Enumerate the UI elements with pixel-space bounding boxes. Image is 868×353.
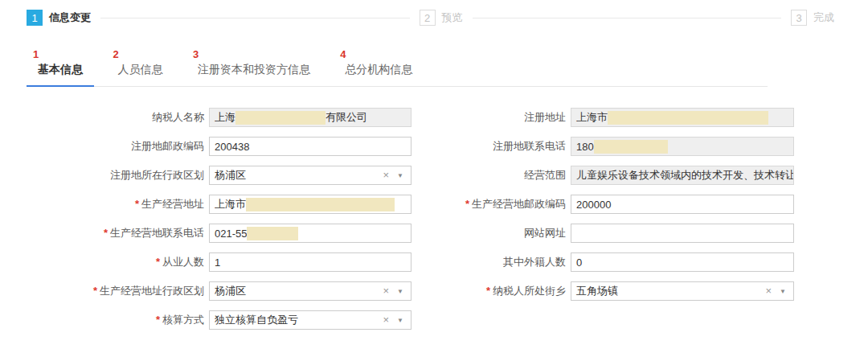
clear-icon[interactable]: × [765, 285, 772, 296]
redaction-mask [235, 111, 326, 125]
wizard-stepper: 1 信息变更 2 预览 3 完成 [0, 0, 868, 26]
street-township-select[interactable]: 五角场镇 × ▼ [571, 281, 794, 301]
tab-label: 注册资本和投资方信息 [186, 61, 321, 87]
field-production-postcode: *生产经营地邮政编码 200000 [411, 195, 794, 214]
tab-personnel-info[interactable]: 2 人员信息 [106, 48, 174, 86]
required-asterisk: * [93, 285, 97, 297]
input-value: 杨浦区 [215, 168, 246, 183]
field-label: 注册地邮政编码 [131, 140, 204, 152]
form-row: 注册地邮政编码 200438 注册地联系电话 180 [3, 137, 868, 156]
tab-annotation-number: 3 [186, 48, 321, 61]
dropdown-caret-icon[interactable]: ▼ [397, 173, 403, 179]
tab-capital-investor-info[interactable]: 3 注册资本和投资方信息 [186, 48, 321, 86]
field-label: 生产经营地邮政编码 [472, 198, 566, 210]
input-value: 独立核算自负盈亏 [215, 313, 298, 327]
production-district-select[interactable]: 杨浦区 × ▼ [209, 281, 411, 301]
field-label: 其中外籍人数 [503, 256, 566, 268]
form-row: *核算方式 独立核算自负盈亏 × ▼ [3, 310, 868, 330]
input-value: 杨浦区 [215, 284, 246, 298]
form-row: 注册地所在行政区划 杨浦区 × ▼ 经营范围 儿童娱乐设备技术领域内的技术开发、… [3, 166, 868, 185]
foreign-employees-input[interactable]: 0 [571, 252, 794, 272]
employees-input[interactable]: 1 [209, 252, 411, 272]
business-scope-input: 儿童娱乐设备技术领域内的技术开发、技术转让、技术 [571, 166, 794, 185]
field-registered-phone: 注册地联系电话 180 [411, 137, 794, 156]
tab-annotation-number: 4 [334, 48, 424, 61]
required-asterisk: * [156, 314, 160, 326]
step-number-box: 2 [420, 10, 436, 26]
taxpayer-name-input: 上海 有限公司 [209, 108, 411, 127]
field-label: 生产经营地址 [141, 198, 204, 210]
required-asterisk: * [465, 198, 469, 210]
registered-postcode-input[interactable]: 200438 [209, 137, 411, 156]
field-label: 经营范围 [524, 169, 566, 181]
field-label: 生产经营地址行政区划 [100, 285, 204, 297]
website-input[interactable] [571, 224, 794, 243]
field-taxpayer-name: 纳税人名称 上海 有限公司 [3, 108, 411, 127]
input-value: 有限公司 [326, 110, 367, 125]
required-asterisk: * [135, 198, 139, 210]
tab-bar: 1 基本信息 2 人员信息 3 注册资本和投资方信息 4 总分机构信息 [27, 48, 768, 87]
step-info-change: 1 信息变更 [27, 10, 91, 26]
form-row: 纳税人名称 上海 有限公司 注册地址 上海市 [3, 108, 868, 127]
registered-phone-input: 180 [571, 137, 794, 156]
field-website: 网站网址 [411, 224, 794, 243]
field-registered-address: 注册地址 上海市 [411, 108, 794, 127]
field-registered-district: 注册地所在行政区划 杨浦区 × ▼ [3, 166, 411, 185]
tab-label: 基本信息 [27, 61, 94, 87]
step-label: 预览 [442, 10, 463, 25]
stepper-connector [473, 18, 782, 18]
dropdown-caret-icon[interactable]: ▼ [397, 289, 403, 295]
step-label: 完成 [813, 10, 834, 25]
stepper-connector [100, 18, 410, 18]
field-business-scope: 经营范围 儿童娱乐设备技术领域内的技术开发、技术转让、技术 [411, 166, 794, 185]
clear-icon[interactable]: × [383, 170, 389, 180]
step-preview: 2 预览 [420, 10, 463, 26]
field-production-district: *生产经营地址行政区划 杨浦区 × ▼ [3, 281, 411, 301]
production-address-input[interactable]: 上海市 [209, 195, 411, 214]
field-foreign-employees: 其中外籍人数 0 [411, 252, 794, 272]
clear-icon[interactable]: × [383, 285, 389, 296]
field-label: 生产经营地联系电话 [110, 227, 204, 239]
input-value: 上海市 [215, 197, 246, 211]
accounting-method-select[interactable]: 独立核算自负盈亏 × ▼ [209, 310, 411, 330]
basic-info-form: 纳税人名称 上海 有限公司 注册地址 上海市 注册地邮政编码 200438 注册… [0, 108, 868, 330]
tab-label: 人员信息 [106, 61, 174, 87]
field-registered-postcode: 注册地邮政编码 200438 [3, 137, 411, 156]
step-label: 信息变更 [49, 10, 91, 25]
tab-label: 总分机构信息 [334, 61, 424, 87]
input-value: 0 [576, 257, 582, 269]
input-value: 021-55 [215, 228, 247, 240]
field-label: 从业人数 [162, 256, 204, 268]
input-value: 五角场镇 [576, 284, 618, 298]
tab-head-branch-info[interactable]: 4 总分机构信息 [334, 48, 424, 86]
field-label: 注册地所在行政区划 [110, 169, 204, 181]
input-value: 儿童娱乐设备技术领域内的技术开发、技术转让、技术 [576, 168, 794, 183]
field-street-township: *纳税人所处街乡 五角场镇 × ▼ [411, 281, 794, 301]
redaction-mask [246, 198, 395, 211]
production-postcode-input[interactable]: 200000 [571, 195, 794, 214]
input-value: 上海 [215, 110, 235, 125]
required-asterisk: * [486, 285, 490, 297]
required-asterisk: * [104, 227, 108, 239]
input-value: 200438 [215, 141, 249, 153]
redaction-mask [594, 140, 668, 154]
form-row: *从业人数 1 其中外籍人数 0 [3, 252, 868, 272]
redaction-mask [247, 227, 298, 240]
field-accounting-method: *核算方式 独立核算自负盈亏 × ▼ [3, 310, 411, 330]
tab-basic-info[interactable]: 1 基本信息 [27, 48, 94, 86]
registered-address-input: 上海市 [571, 108, 794, 127]
field-production-phone: *生产经营地联系电话 021-55 [3, 224, 411, 243]
input-value: 上海市 [576, 110, 608, 125]
input-value: 180 [576, 141, 594, 153]
dropdown-caret-icon[interactable]: ▼ [780, 289, 786, 295]
dropdown-caret-icon[interactable]: ▼ [397, 318, 403, 324]
clear-icon[interactable]: × [383, 314, 389, 325]
production-phone-input[interactable]: 021-55 [209, 224, 411, 243]
form-row: *生产经营地联系电话 021-55 网站网址 [3, 224, 868, 243]
field-label: 注册地址 [524, 111, 566, 123]
redaction-mask [608, 111, 768, 125]
registered-district-select[interactable]: 杨浦区 × ▼ [209, 166, 411, 185]
field-label: 网站网址 [524, 227, 566, 239]
form-row: *生产经营地址 上海市 *生产经营地邮政编码 200000 [3, 195, 868, 214]
tab-annotation-number: 2 [106, 48, 174, 61]
